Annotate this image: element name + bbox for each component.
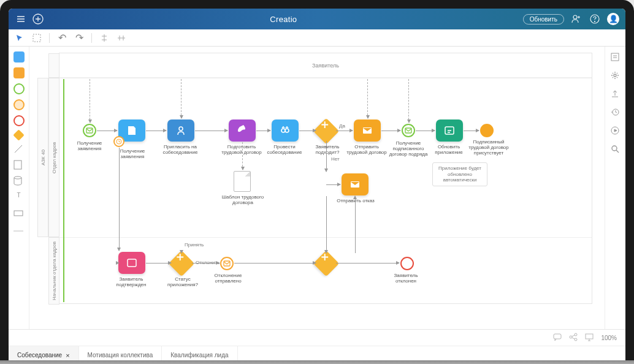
help-icon[interactable] — [589, 13, 601, 25]
svg-rect-28 — [586, 334, 593, 339]
app-header: Creatio Обновить 👤 — [9, 9, 625, 29]
lane-header-applicant — [48, 53, 59, 78]
task-receive-label: Получение заявления — [111, 148, 154, 159]
properties-icon[interactable] — [611, 53, 621, 63]
lane-header-azk: АЗК 40 — [37, 78, 48, 237]
gateway-status-label: Статус приложения? — [161, 276, 204, 287]
svg-point-23 — [612, 146, 617, 151]
end-rejected-label: Заявитель отклонен — [384, 273, 427, 284]
svg-rect-7 — [14, 211, 23, 216]
svg-rect-19 — [611, 53, 619, 61]
task-confirm[interactable] — [118, 252, 145, 274]
tab-motivation[interactable]: Мотивация коллектива — [79, 346, 162, 364]
event-receive-signed-label: Получение подписанного договор подряда — [387, 140, 430, 157]
add-user-icon[interactable] — [570, 13, 582, 25]
gateway-fit[interactable]: ✕ — [313, 118, 339, 144]
task-send-reject[interactable] — [342, 173, 369, 195]
right-sidebar — [605, 47, 625, 329]
zoom-level[interactable]: 100% — [601, 335, 617, 341]
start-label: Получение заявления — [68, 140, 111, 151]
palette-event-green[interactable] — [13, 83, 25, 94]
task-send-contract-label: Отправить трудовой договор — [345, 144, 388, 155]
palette-separator[interactable] — [13, 224, 25, 235]
menu-icon[interactable] — [15, 13, 27, 25]
svg-point-1 — [573, 15, 577, 19]
flow-no: Нет — [331, 156, 340, 162]
select-tool[interactable] — [32, 33, 42, 43]
pointer-tool[interactable] — [15, 33, 25, 43]
process-canvas[interactable]: АЗК 40 Отдел кадров Начальник отдела кад… — [29, 47, 605, 329]
document-tabs: Собеседование× Мотивация коллектива Квал… — [9, 346, 625, 364]
task-interview[interactable] — [272, 119, 299, 142]
app-title: Creatio — [44, 15, 523, 24]
align-v-icon[interactable] — [116, 33, 126, 43]
palette-data[interactable] — [13, 160, 25, 171]
end-event-rejected[interactable] — [400, 257, 414, 270]
settings-icon[interactable] — [611, 71, 621, 81]
svg-rect-18 — [224, 261, 230, 266]
task-prepare-label: Подготовить трудовой договор — [220, 144, 263, 155]
svg-point-11 — [281, 129, 285, 132]
palette-gateway[interactable] — [13, 129, 24, 140]
palette-event-orange[interactable] — [13, 99, 25, 110]
task-confirm-label: Заявитель подтвержден — [110, 276, 153, 287]
lane-header-hr: Отдел кадров — [48, 78, 59, 237]
gateway-merge[interactable]: ✕ — [313, 251, 339, 276]
search-icon[interactable] — [611, 145, 621, 154]
timer-event[interactable] — [113, 136, 124, 147]
gateway-status[interactable]: ✕ — [169, 251, 194, 276]
svg-rect-8 — [86, 128, 93, 133]
svg-point-12 — [285, 129, 289, 132]
close-icon[interactable]: × — [66, 352, 69, 359]
palette-task-orange[interactable] — [13, 67, 25, 78]
task-update-app-label: Обновить приложение — [427, 144, 470, 155]
lane-header-hr-chief: Начальник отдела кадров — [48, 237, 59, 305]
tab-interview[interactable]: Собеседование× — [9, 346, 79, 364]
history-icon[interactable] — [611, 108, 621, 118]
flow-yes: Да — [339, 123, 345, 129]
end-event-signed[interactable] — [480, 124, 494, 137]
svg-point-26 — [575, 333, 577, 336]
gateway-fit-label: Заявитель подходит? — [306, 144, 349, 155]
start-event[interactable] — [83, 124, 96, 137]
palette-flow[interactable] — [13, 144, 25, 155]
svg-rect-5 — [14, 161, 21, 169]
feedback-icon[interactable] — [553, 333, 563, 343]
editor-toolbar: ↶ ↷ — [9, 29, 625, 47]
end-signed-label: Подписанный трудовой договор присутствуе… — [465, 139, 512, 156]
palette-lane[interactable] — [13, 208, 25, 219]
run-icon[interactable] — [611, 126, 621, 136]
task-prepare[interactable] — [229, 119, 256, 142]
svg-point-3 — [595, 21, 595, 22]
export-icon[interactable] — [611, 89, 621, 99]
palette-task-blue[interactable] — [13, 51, 25, 63]
event-receive-signed[interactable] — [402, 124, 415, 137]
present-icon[interactable] — [585, 333, 595, 343]
update-button[interactable]: Обновить — [523, 14, 564, 25]
svg-point-20 — [614, 74, 616, 77]
add-icon[interactable] — [32, 13, 44, 25]
element-palette: T — [9, 47, 29, 329]
svg-point-25 — [570, 336, 572, 338]
palette-text[interactable]: T — [13, 192, 25, 203]
event-reject-sent[interactable] — [220, 257, 234, 270]
annotation-auto: Приложение будет обновлено автоматически — [432, 162, 487, 186]
undo-icon[interactable]: ↶ — [57, 33, 67, 43]
palette-event-red[interactable] — [13, 115, 25, 126]
align-h-icon[interactable] — [99, 33, 109, 43]
palette-database[interactable] — [13, 176, 25, 187]
tab-qualification[interactable]: Квалификация лида — [162, 346, 237, 364]
flow-accept: Принять — [185, 242, 204, 248]
user-avatar[interactable]: 👤 — [607, 13, 619, 25]
redo-icon[interactable]: ↷ — [74, 33, 84, 43]
svg-point-6 — [14, 176, 21, 179]
data-object-template[interactable] — [234, 171, 251, 192]
task-update-app[interactable] — [436, 119, 463, 142]
svg-point-10 — [179, 127, 183, 131]
svg-rect-14 — [405, 128, 411, 133]
task-invite-label: Пригласить на собеседование — [159, 144, 202, 155]
share-icon[interactable] — [569, 333, 579, 343]
svg-rect-17 — [128, 259, 136, 267]
task-invite[interactable] — [167, 119, 194, 142]
task-send-contract[interactable] — [354, 119, 381, 142]
